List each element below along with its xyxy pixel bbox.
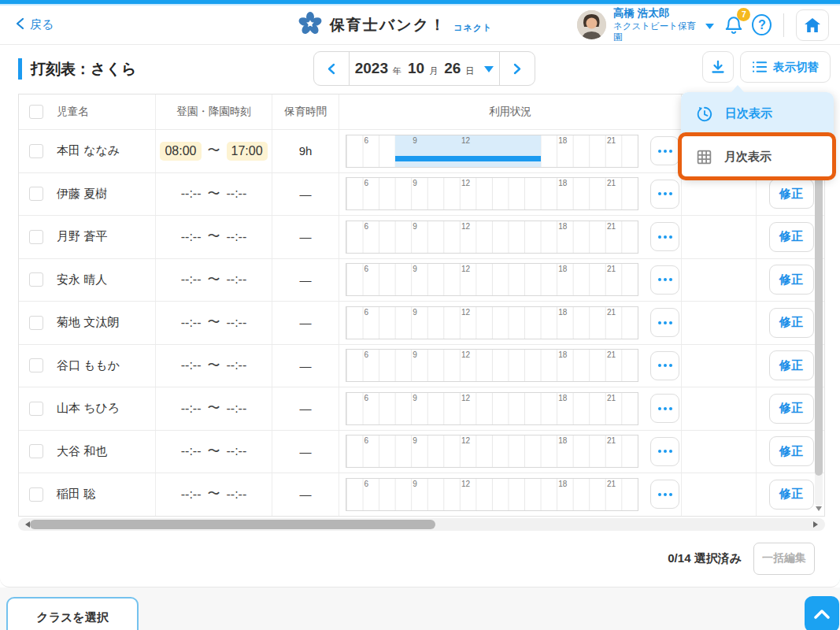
care-hours: — — [300, 316, 312, 329]
more-actions-button[interactable] — [650, 222, 679, 251]
notification-bell-button[interactable]: 7 — [723, 13, 746, 38]
time-out: --:-- — [227, 187, 247, 201]
help-button[interactable]: ? — [752, 14, 772, 35]
edit-button[interactable]: 修正 — [769, 394, 814, 424]
timeline: 69121821 — [346, 349, 638, 382]
edit-button[interactable]: 修正 — [769, 308, 814, 338]
ellipsis-icon — [658, 364, 661, 367]
bottom-zone: クラスを選択 — [0, 587, 840, 630]
select-all-checkbox[interactable] — [29, 105, 43, 119]
vertical-scrollbar-thumb[interactable] — [815, 131, 823, 476]
view-toggle-button[interactable]: 表示切替 — [740, 51, 831, 83]
titlebar-actions: 表示切替 — [702, 51, 831, 83]
horizontal-scrollbar[interactable] — [18, 518, 825, 531]
row-checkbox[interactable] — [29, 272, 43, 287]
child-name: 月野 蒼平 — [57, 229, 107, 244]
menu-item-daily-view[interactable]: 日次表示 — [681, 92, 834, 135]
user-info[interactable]: 高橋 浩太郎 ネクストビート保育園 — [613, 7, 697, 43]
hour-label: 18 — [558, 480, 567, 488]
hour-label: 18 — [558, 222, 567, 231]
home-button[interactable] — [796, 9, 829, 41]
bulk-edit-button[interactable]: 一括編集 — [753, 543, 815, 575]
scroll-down-arrow-icon[interactable] — [816, 506, 822, 514]
scroll-to-top-button[interactable] — [805, 596, 839, 630]
app-window: 戻る 保育士バンク！ コネクト — [0, 0, 840, 630]
hour-label: 9 — [413, 222, 417, 231]
more-actions-button[interactable] — [650, 437, 679, 466]
empty-cell — [682, 387, 757, 430]
row-checkbox[interactable] — [29, 230, 43, 244]
ellipsis-icon — [658, 150, 661, 153]
hour-label: 21 — [607, 394, 616, 402]
child-name: 大谷 和也 — [57, 444, 107, 459]
child-name: 谷口 ももか — [57, 358, 120, 373]
time-separator: 〜 — [208, 272, 220, 288]
hour-label: 12 — [461, 136, 470, 145]
edit-button[interactable]: 修正 — [769, 179, 814, 209]
back-button[interactable]: 戻る — [16, 17, 213, 32]
hour-label: 9 — [413, 350, 417, 359]
time-out: --:-- — [227, 316, 247, 330]
timeline: 69121821 — [346, 306, 638, 339]
download-icon — [710, 59, 726, 75]
download-button[interactable] — [702, 51, 734, 83]
more-actions-button[interactable] — [650, 136, 679, 165]
hour-label: 21 — [607, 222, 616, 231]
vertical-scrollbar[interactable] — [815, 131, 823, 506]
hour-label: 12 — [461, 222, 470, 231]
menu-item-monthly-label: 月次表示 — [724, 150, 772, 165]
more-actions-button[interactable] — [650, 265, 679, 295]
horizontal-scrollbar-thumb[interactable] — [30, 520, 435, 529]
hour-label: 6 — [364, 136, 369, 145]
back-chevron-icon — [16, 17, 24, 32]
edit-button[interactable]: 修正 — [769, 265, 814, 295]
care-hours: — — [300, 359, 312, 372]
row-checkbox[interactable] — [29, 487, 43, 502]
time-in: 08:00 — [160, 142, 201, 161]
care-hours: — — [300, 187, 312, 201]
edit-button[interactable]: 修正 — [769, 222, 814, 252]
row-checkbox[interactable] — [29, 358, 43, 372]
menu-item-monthly-view[interactable]: 月次表示 — [681, 135, 834, 179]
scroll-right-arrow-icon[interactable] — [813, 521, 821, 528]
ellipsis-icon — [658, 450, 661, 453]
edit-button[interactable]: 修正 — [769, 480, 814, 510]
date-picker[interactable]: 2023 年 10 月 26 日 — [349, 52, 500, 85]
hour-label: 9 — [413, 136, 417, 145]
more-actions-button[interactable] — [650, 351, 679, 380]
hour-label: 12 — [461, 394, 470, 402]
time-in: --:-- — [181, 316, 202, 330]
time-separator: 〜 — [208, 358, 220, 374]
date-year: 2023 — [355, 60, 388, 77]
more-actions-button[interactable] — [650, 180, 679, 209]
avatar[interactable] — [577, 10, 606, 39]
row-checkbox[interactable] — [29, 402, 43, 416]
empty-cell — [682, 473, 757, 516]
scroll-left-arrow-icon[interactable] — [22, 521, 30, 528]
more-actions-button[interactable] — [650, 480, 679, 509]
hour-label: 12 — [461, 350, 470, 359]
next-day-button[interactable] — [500, 52, 535, 85]
row-checkbox[interactable] — [29, 444, 43, 458]
care-hours: — — [300, 273, 312, 287]
empty-cell — [682, 431, 757, 473]
row-checkbox[interactable] — [29, 316, 43, 330]
row-checkbox[interactable] — [29, 187, 43, 201]
more-actions-button[interactable] — [650, 394, 679, 423]
hour-label: 18 — [558, 394, 567, 402]
edit-button[interactable]: 修正 — [769, 350, 814, 380]
user-caret-down-icon[interactable] — [705, 18, 714, 32]
timeline: 69121821 — [346, 392, 638, 425]
time-out: --:-- — [227, 402, 247, 416]
hour-label: 21 — [607, 436, 616, 445]
header-user-area: 高橋 浩太郎 ネクストビート保育園 7 ? — [577, 7, 829, 43]
timeline: 69121821 — [346, 263, 638, 296]
time-out: 17:00 — [227, 142, 268, 161]
more-actions-button[interactable] — [650, 308, 679, 337]
edit-button[interactable]: 修正 — [769, 436, 814, 466]
class-select-button[interactable]: クラスを選択 — [6, 597, 139, 630]
row-checkbox[interactable] — [29, 144, 43, 158]
prev-day-button[interactable] — [314, 52, 349, 85]
menu-item-daily-label: 日次表示 — [725, 106, 772, 121]
ellipsis-icon — [658, 235, 661, 239]
